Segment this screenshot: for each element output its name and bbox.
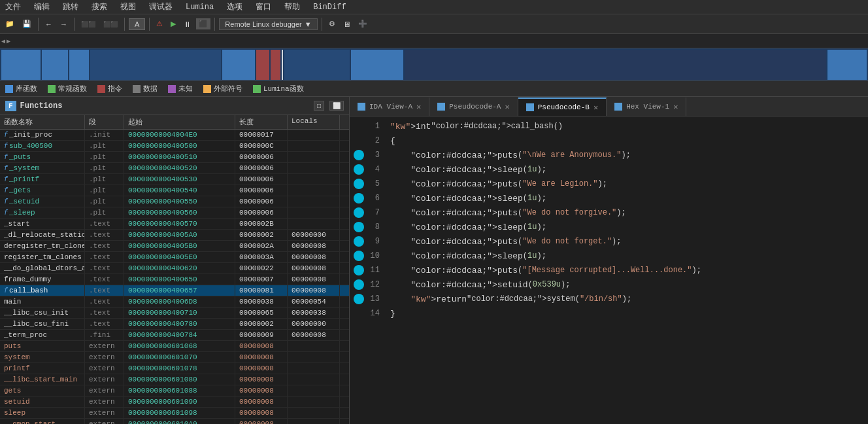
- breakpoint-dot[interactable]: [354, 207, 364, 218]
- menu-window[interactable]: 窗口: [253, 1, 274, 12]
- line-number: 2: [368, 136, 388, 145]
- table-row[interactable]: f _system .plt 0000000000400520 00000006: [0, 163, 349, 174]
- td-addr: 0000000000400510: [124, 152, 235, 162]
- toolbar-open[interactable]: 📁: [3, 18, 17, 29]
- td-locals: [288, 141, 340, 151]
- tab-close-pca[interactable]: ✕: [505, 102, 509, 112]
- col-len: 长度: [235, 115, 288, 129]
- toolbar-back[interactable]: ←: [42, 19, 55, 29]
- breakpoint-dot[interactable]: [354, 222, 364, 232]
- td-locals: 00000000: [288, 319, 340, 329]
- td-addr: 00000000004005B0: [124, 241, 235, 251]
- table-row[interactable]: deregister_tm_clones .text 0000000000400…: [0, 241, 349, 252]
- tab-close-ida[interactable]: ✕: [416, 102, 421, 112]
- td-addr: 0000000000601068: [124, 341, 235, 351]
- table-row[interactable]: _dl_relocate_static_pie .text 0000000000…: [0, 230, 349, 241]
- functions-table[interactable]: 函数名称 段 起始 长度 Locals f _init_proc .init 0…: [0, 115, 349, 424]
- table-row[interactable]: f call_bash .text 0000000000400657 00000…: [0, 285, 349, 296]
- legend-instruction: 指令: [97, 84, 122, 94]
- td-addr: 0000000000601090: [124, 397, 235, 407]
- breakpoint-dot[interactable]: [354, 179, 364, 189]
- table-row[interactable]: sleep extern 0000000000601098 00000008: [0, 408, 349, 419]
- breakpoint-dot[interactable]: [354, 251, 364, 261]
- table-row[interactable]: __libc_csu_fini .text 0000000000400780 0…: [0, 319, 349, 330]
- no-dot: [354, 121, 364, 132]
- debugger-select-btn[interactable]: Remote Linux debugger ▼: [219, 18, 317, 30]
- toolbar-btn3[interactable]: ⬛⬛: [78, 20, 98, 29]
- breakpoint-dot[interactable]: [354, 193, 364, 203]
- nav-right-icon[interactable]: ▶: [7, 37, 10, 45]
- func-icon: f: [4, 154, 8, 161]
- breakpoint-dot[interactable]: [354, 279, 364, 290]
- td-len: 00000017: [235, 130, 288, 140]
- func-name: __libc_csu_fini: [4, 320, 69, 328]
- toolbar-plus[interactable]: ➕: [356, 18, 370, 29]
- breakpoint-dot[interactable]: [354, 294, 364, 304]
- code-line: 7 "color:#dcdcaa;">puts("We do not forgi…: [350, 205, 868, 220]
- restore-btn-1[interactable]: □: [314, 101, 324, 111]
- td-addr: 0000000000400530: [124, 174, 235, 185]
- table-row[interactable]: setuid extern 0000000000601090 00000008: [0, 397, 349, 408]
- menu-bindiff[interactable]: BinDiff: [310, 3, 348, 12]
- toolbar-save[interactable]: 💾: [20, 18, 34, 29]
- table-row[interactable]: gets extern 0000000000601088 00000008: [0, 385, 349, 397]
- menu-view[interactable]: 视图: [118, 1, 139, 12]
- td-name: __libc_csu_init: [0, 308, 85, 318]
- breakpoint-dot[interactable]: [354, 150, 364, 160]
- tab-close-hex[interactable]: ✕: [673, 102, 678, 112]
- tab-hex-view[interactable]: Hex View-1 ✕: [607, 97, 686, 116]
- toolbar-warning[interactable]: ⚠: [154, 18, 165, 29]
- legend-data-label: 数据: [143, 84, 158, 94]
- table-row[interactable]: __libc_start_main extern 000000000060108…: [0, 374, 349, 385]
- table-row[interactable]: _term_proc .fini 0000000000400784 000000…: [0, 330, 349, 341]
- table-row[interactable]: register_tm_clones .text 00000000004005E…: [0, 252, 349, 263]
- menu-options[interactable]: 选项: [224, 1, 245, 12]
- table-row[interactable]: frame_dummy .text 0000000000400650 00000…: [0, 274, 349, 285]
- table-row[interactable]: f _setuid .plt 0000000000400550 00000006: [0, 196, 349, 207]
- table-row[interactable]: _start .text 0000000000400570 0000002B: [0, 219, 349, 230]
- tab-close-pcb[interactable]: ✕: [593, 103, 598, 113]
- table-row[interactable]: f _init_proc .init 00000000004004E0 0000…: [0, 130, 349, 141]
- table-row[interactable]: f _sleep .plt 0000000000400560 00000006: [0, 207, 349, 219]
- table-row[interactable]: __gmon_start__ extern 00000000006010A0 0…: [0, 419, 349, 424]
- menu-edit[interactable]: 编辑: [31, 1, 52, 12]
- code-line: 1 "kw">int "color:#dcdcaa;">call_bash(): [350, 119, 868, 133]
- menu-help[interactable]: 帮助: [282, 1, 303, 12]
- toolbar-search[interactable]: A: [129, 18, 145, 30]
- table-row[interactable]: printf extern 0000000000601078 00000008: [0, 363, 349, 374]
- func-name: frame_dummy: [4, 275, 52, 283]
- table-row[interactable]: system extern 0000000000601070 00000008: [0, 352, 349, 363]
- tab-pseudocode-b[interactable]: Pseudocode-B ✕: [518, 97, 607, 116]
- table-row[interactable]: __do_global_dtors_aux .text 000000000040…: [0, 263, 349, 274]
- restore-btn-2[interactable]: ⬜: [329, 101, 344, 111]
- toolbar-settings[interactable]: ⚙: [326, 18, 338, 29]
- table-row[interactable]: __libc_csu_init .text 0000000000400710 0…: [0, 308, 349, 319]
- toolbar-remote[interactable]: 🖥: [341, 19, 353, 29]
- code-panel: IDA View-A ✕ Pseudocode-A ✕ Pseudocode-B…: [350, 97, 868, 424]
- menu-debugger[interactable]: 调试器: [146, 1, 175, 12]
- toolbar-play[interactable]: ▶: [168, 18, 178, 29]
- nav-left-icon[interactable]: ◀: [1, 37, 5, 45]
- table-row[interactable]: f sub_400500 .plt 0000000000400500 00000…: [0, 141, 349, 152]
- table-row[interactable]: f _gets .plt 0000000000400540 00000006: [0, 185, 349, 196]
- tab-pseudocode-a[interactable]: Pseudocode-A ✕: [429, 97, 518, 116]
- breakpoint-dot[interactable]: [354, 265, 364, 275]
- table-row[interactable]: f _puts .plt 0000000000400510 00000006: [0, 152, 349, 163]
- table-row[interactable]: f _printf .plt 0000000000400530 00000006: [0, 174, 349, 185]
- breakpoint-dot[interactable]: [354, 164, 364, 175]
- tab-ida-view-a[interactable]: IDA View-A ✕: [350, 97, 429, 116]
- toolbar-stop[interactable]: ⬛: [196, 18, 210, 29]
- menu-jump[interactable]: 跳转: [60, 1, 81, 12]
- toolbar-sep4: [149, 18, 150, 31]
- code-area[interactable]: 1 "kw">int "color:#dcdcaa;">call_bash() …: [350, 116, 868, 424]
- table-row[interactable]: main .text 00000000004006D8 00000038 000…: [0, 296, 349, 308]
- menu-search[interactable]: 搜索: [89, 1, 110, 12]
- breakpoint-dot[interactable]: [354, 236, 364, 247]
- menu-lumina[interactable]: Lumina: [183, 3, 216, 12]
- toolbar-pause[interactable]: ⏸: [181, 19, 193, 29]
- toolbar-forward[interactable]: →: [58, 19, 70, 29]
- table-row[interactable]: puts extern 0000000000601068 00000008: [0, 341, 349, 352]
- toolbar-btn4[interactable]: ⬛⬛: [101, 20, 120, 29]
- func-name: call_bash: [9, 287, 48, 294]
- menu-file[interactable]: 文件: [3, 1, 24, 12]
